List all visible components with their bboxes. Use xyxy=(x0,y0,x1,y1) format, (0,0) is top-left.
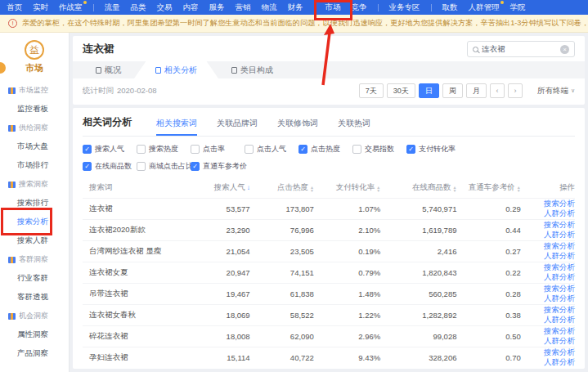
subtab-关联修饰词[interactable]: 关联修饰词 xyxy=(277,118,318,136)
sidebar-item-市场大盘[interactable]: 市场大盘 xyxy=(0,137,69,156)
nav-item-品类[interactable]: 品类 xyxy=(131,2,146,13)
filter-搜索热度[interactable]: 搜索热度 xyxy=(137,144,191,155)
range-button-月[interactable]: 月 xyxy=(466,83,487,98)
nav-item-交易[interactable]: 交易 xyxy=(157,2,173,13)
checkbox-checked-icon[interactable]: ✓ xyxy=(298,145,307,154)
sort-icon[interactable]: ▲▼ xyxy=(517,186,521,192)
category-icon xyxy=(8,125,16,132)
terminal-dropdown[interactable]: 所有终端∨ xyxy=(537,86,575,96)
filter-商城点击占比[interactable]: 商城点击占比 xyxy=(137,161,191,172)
sort-desc-icon[interactable]: ↓ xyxy=(247,184,250,191)
filter-交易指数[interactable]: 交易指数 xyxy=(352,144,406,155)
nav-item-服务[interactable]: 服务 xyxy=(209,2,225,13)
nav-item-取数[interactable]: 取数 xyxy=(442,2,458,13)
range-button-周[interactable]: 周 xyxy=(442,83,463,98)
crowd-analysis-link[interactable]: 人群分析 xyxy=(521,230,575,240)
range-button-30天[interactable]: 30天 xyxy=(387,83,415,98)
sidebar-item-产品洞察[interactable]: 产品洞察 xyxy=(0,344,69,363)
value-cell: 58,522 xyxy=(250,304,314,325)
nav-item-流量[interactable]: 流量 xyxy=(105,2,120,13)
nav-divider xyxy=(93,4,94,11)
range-button-日[interactable]: 日 xyxy=(419,83,439,98)
sort-down-caret: ▼ xyxy=(310,189,314,192)
checkbox-unchecked-icon[interactable] xyxy=(137,162,146,171)
search-input[interactable] xyxy=(482,45,557,54)
sidebar-item-客群透视[interactable]: 客群透视 xyxy=(0,288,69,307)
crowd-analysis-link[interactable]: 人群分析 xyxy=(521,208,575,218)
search-analysis-link[interactable]: 搜索分析 xyxy=(521,284,575,294)
crowd-analysis-link[interactable]: 人群分析 xyxy=(521,251,575,261)
subtab-关联热词[interactable]: 关联热词 xyxy=(338,118,370,136)
crowd-analysis-link[interactable]: 人群分析 xyxy=(521,315,575,325)
nav-item-内容[interactable]: 内容 xyxy=(183,2,199,13)
tab-相关分析[interactable]: 相关分析 xyxy=(134,61,218,78)
subtab-关联品牌词[interactable]: 关联品牌词 xyxy=(217,118,258,136)
sort-icon[interactable]: ▲▼ xyxy=(376,186,380,192)
nav-item-财务[interactable]: 财务 xyxy=(288,2,303,13)
sidebar-item-搜索人群[interactable]: 搜索人群 xyxy=(0,231,69,250)
sidebar-item-市场排行[interactable]: 市场排行 xyxy=(0,156,69,175)
search-analysis-link[interactable]: 搜索分析 xyxy=(521,326,575,336)
search-analysis-link[interactable]: 搜索分析 xyxy=(521,241,575,251)
filter-点击率[interactable]: 点击率 xyxy=(191,144,245,155)
sidebar-item-监控看板[interactable]: 监控看板 xyxy=(0,100,69,119)
column-header-在线商品数[interactable]: 在线商品数▲▼ xyxy=(380,178,456,198)
crowd-analysis-link[interactable]: 人群分析 xyxy=(521,357,575,367)
search-analysis-link[interactable]: 搜索分析 xyxy=(521,347,575,357)
next-button[interactable]: › xyxy=(508,83,523,98)
search-analysis-link[interactable]: 搜索分析 xyxy=(521,305,575,315)
nav-item-市场[interactable]: 市场 xyxy=(325,2,341,13)
sort-icon[interactable]: ▲▼ xyxy=(453,186,457,192)
column-header-label: 在线商品数 xyxy=(412,182,451,191)
column-header-搜索人气[interactable]: 搜索人气↓ xyxy=(186,178,249,198)
nav-item-物流[interactable]: 物流 xyxy=(262,2,277,13)
sidebar-item-搜索排行[interactable]: 搜索排行 xyxy=(0,194,69,213)
nav-item-学院[interactable]: 学院 xyxy=(510,2,526,13)
sidebar-item-属性洞察[interactable]: 属性洞察 xyxy=(0,325,69,344)
nav-item-营销[interactable]: 营销 xyxy=(236,2,251,13)
filter-在线商品数[interactable]: ✓在线商品数 xyxy=(83,161,137,172)
nav-item-首页[interactable]: 首页 xyxy=(7,2,22,13)
nav-item-人群管理[interactable]: 人群管理 xyxy=(469,2,500,13)
subtab-相关搜索词[interactable]: 相关搜索词 xyxy=(156,118,197,136)
tab-类目构成[interactable]: 类目构成 xyxy=(218,61,286,78)
crowd-analysis-link[interactable]: 人群分析 xyxy=(521,336,575,346)
range-button-7天[interactable]: 7天 xyxy=(359,83,384,98)
nav-item-作战室[interactable]: 作战室 xyxy=(59,2,83,13)
sidebar-item-搜索分析[interactable]: 搜索分析 xyxy=(0,213,69,231)
checkbox-checked-icon[interactable]: ✓ xyxy=(83,145,92,154)
nav-item-业务专区[interactable]: 业务专区 xyxy=(389,2,420,13)
search-clear-icon[interactable]: × xyxy=(560,45,569,54)
checkbox-unchecked-icon[interactable] xyxy=(191,145,200,154)
tab-概况[interactable]: 概况 xyxy=(83,61,134,78)
filter-label: 搜索热度 xyxy=(149,144,178,155)
checkbox-checked-icon[interactable]: ✓ xyxy=(191,162,200,171)
crowd-analysis-link[interactable]: 人群分析 xyxy=(521,272,575,282)
filter-直通车参考价[interactable]: ✓直通车参考价 xyxy=(191,161,245,172)
value-cell: 40,722 xyxy=(250,347,314,368)
filter-点击人气[interactable]: 点击人气 xyxy=(245,144,298,155)
nav-item-实时[interactable]: 实时 xyxy=(33,2,48,13)
tab-label: 类目构成 xyxy=(240,65,273,76)
search-analysis-link[interactable]: 搜索分析 xyxy=(521,262,575,272)
nav-item-竞争[interactable]: 竞争 xyxy=(352,2,367,13)
checkbox-checked-icon[interactable]: ✓ xyxy=(83,162,92,171)
sidebar-group-label: 客群洞察 xyxy=(19,254,48,265)
search-analysis-link[interactable]: 搜索分析 xyxy=(521,199,575,208)
prev-button[interactable]: ‹ xyxy=(490,83,505,98)
filter-搜索人气[interactable]: ✓搜索人气 xyxy=(83,144,137,155)
stats-time-label: 统计时间 xyxy=(83,86,114,96)
column-header-支付转化率[interactable]: 支付转化率▲▼ xyxy=(314,178,380,198)
sidebar-item-行业客群[interactable]: 行业客群 xyxy=(0,269,69,288)
filter-点击热度[interactable]: ✓点击热度 xyxy=(298,144,352,155)
checkbox-unchecked-icon[interactable] xyxy=(352,145,361,154)
checkbox-unchecked-icon[interactable] xyxy=(137,145,146,154)
search-analysis-link[interactable]: 搜索分析 xyxy=(521,220,575,230)
crowd-analysis-link[interactable]: 人群分析 xyxy=(521,294,575,303)
checkbox-checked-icon[interactable]: ✓ xyxy=(406,145,415,154)
filter-支付转化率[interactable]: ✓支付转化率 xyxy=(406,144,460,155)
column-header-点击热度[interactable]: 点击热度▲▼ xyxy=(250,178,314,198)
sort-icon[interactable]: ▲▼ xyxy=(310,186,314,192)
column-header-直通车参考价[interactable]: 直通车参考价▲▼ xyxy=(456,178,520,198)
checkbox-unchecked-icon[interactable] xyxy=(245,145,254,154)
